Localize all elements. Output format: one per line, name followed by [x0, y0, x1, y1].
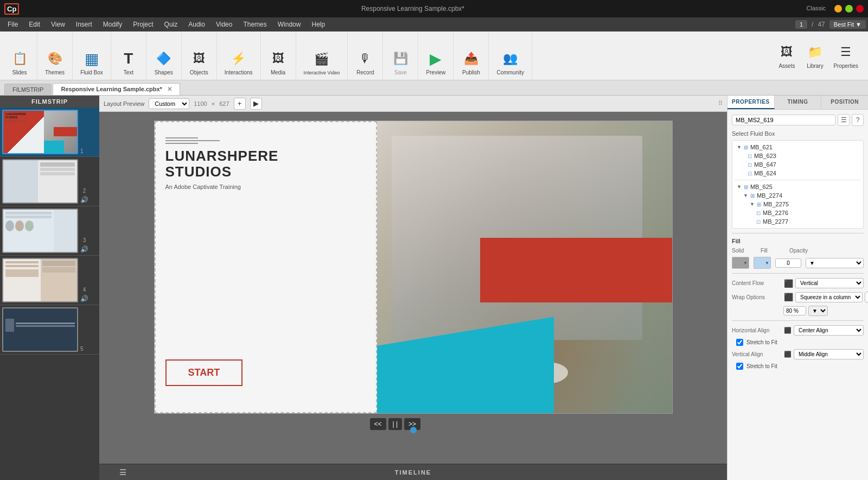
objects-button[interactable]: 🖼 Objects	[186, 47, 212, 78]
menu-video[interactable]: Video	[210, 19, 238, 30]
menu-themes[interactable]: Themes	[238, 19, 272, 30]
wrap-play-btn[interactable]: ▶	[865, 292, 868, 302]
zoom-select[interactable]: Best Fit ▼	[829, 20, 866, 29]
panel-help-icon[interactable]: ?	[852, 114, 864, 126]
filmstrip-slide-1[interactable]: LUNARSHPERESTUDIOS An Adobe Captivate Tr…	[0, 108, 99, 157]
vertical-align-select[interactable]: Middle Align Top Align Bottom Align	[794, 349, 864, 359]
v-stretch-label: Stretch to Fit	[746, 363, 777, 369]
fill-color-swatch[interactable]: ▼	[754, 257, 771, 269]
close-button[interactable]	[856, 5, 864, 12]
tab-timing[interactable]: TIMING	[775, 96, 822, 109]
zoom-in-button[interactable]: +	[234, 98, 246, 110]
tab-properties[interactable]: PROPERTIES	[727, 96, 775, 109]
fluidbox-icon: ▦	[82, 49, 101, 68]
record-button[interactable]: 🎙 Record	[352, 47, 378, 78]
wrap-options-select[interactable]: Squeeze in a column Wrap	[795, 292, 863, 302]
tree-grid-icon-mb624: ⊡	[748, 170, 752, 176]
text-button[interactable]: T Text	[116, 47, 142, 78]
properties-button[interactable]: ☰ Properties	[830, 40, 861, 71]
panel-list-icon[interactable]: ☰	[838, 114, 850, 126]
v-align-icon: ⬛	[784, 351, 792, 358]
community-button[interactable]: 👥 Community	[493, 47, 527, 78]
tree-item-mb623[interactable]: ⊡ MB_623	[735, 151, 861, 160]
menu-help[interactable]: Help	[306, 19, 330, 30]
assets-button[interactable]: 🖼 Assets	[774, 40, 800, 71]
tree-grid-icon-mb2274: ⊞	[750, 193, 755, 199]
tree-item-mb647[interactable]: ⊡ MB_647	[735, 160, 861, 169]
tree-item-mb2275[interactable]: ▼ ⊞ MB_2275	[735, 200, 861, 209]
ribbon-group-slides: 📋 Slides	[2, 31, 37, 80]
themes-icon: 🎨	[45, 49, 65, 68]
menu-file[interactable]: File	[2, 19, 23, 30]
themes-button[interactable]: 🎨 Themes	[42, 47, 68, 78]
save-button[interactable]: 💾 Save	[387, 47, 413, 78]
tree-grid-icon-mb625: ⊞	[744, 184, 748, 190]
opacity-input[interactable]	[775, 258, 801, 268]
tab-close-icon[interactable]: ✕	[167, 86, 172, 92]
tree-item-mb625[interactable]: ▼ ⊞ MB_625	[735, 182, 861, 191]
slide-canvas[interactable]: LUNARSHPERE STUDIOS An Adobe Captivate T…	[154, 121, 673, 414]
main-layout: FILMSTRIP LUNARSHPERESTUDIOS An Adobe Ca…	[0, 96, 868, 480]
h-stretch-checkbox[interactable]	[736, 339, 743, 346]
content-flow-select[interactable]: Vertical Horizontal	[795, 278, 864, 288]
fluidbox-button[interactable]: ▦ Fluid Box	[77, 47, 106, 78]
slides-button[interactable]: 📋 Slides	[7, 47, 33, 78]
tree-item-mb2277[interactable]: ⊡ MB_2277	[735, 217, 861, 226]
timeline-hamburger[interactable]: ☰	[119, 468, 127, 477]
canvas-content[interactable]: LUNARSHPERE STUDIOS An Adobe Captivate T…	[99, 112, 727, 464]
slide-1-num: 1	[80, 148, 84, 154]
interactive-video-button[interactable]: 🎬 Interactive Video	[301, 47, 343, 78]
filmstrip-slide-4[interactable]: 4 🔊	[0, 256, 99, 305]
tree-item-mb2274[interactable]: ▼ ⊞ MB_2274	[735, 191, 861, 200]
fluidbox-label: Fluid Box	[80, 70, 103, 75]
menu-insert[interactable]: Insert	[71, 19, 98, 30]
minimize-button[interactable]	[834, 5, 842, 12]
slide-thumb-1: LUNARSHPERESTUDIOS An Adobe Captivate Tr…	[2, 110, 78, 154]
wrap-icon: ⬛	[784, 293, 793, 301]
slides-icon: 📋	[10, 49, 29, 68]
solid-color-swatch[interactable]: ▼	[732, 257, 749, 269]
maximize-button[interactable]	[845, 5, 853, 12]
interactions-label: Interactions	[225, 70, 253, 75]
filmstrip-slide-3[interactable]: 3 🔊	[0, 206, 99, 256]
shapes-button[interactable]: 🔷 Shapes	[151, 47, 177, 78]
media-button[interactable]: 🖼 Media	[265, 47, 291, 78]
filmstrip-slide-2[interactable]: 2 🔊	[0, 157, 99, 206]
preview-button[interactable]: ▶ Preview	[423, 47, 449, 78]
tree-item-mb624[interactable]: ⊡ MB_624	[735, 169, 861, 178]
play-button[interactable]: ▶	[250, 98, 262, 110]
interactions-button[interactable]: ⚡ Interactions	[221, 47, 256, 78]
opacity-dropdown[interactable]: ▼	[806, 258, 864, 268]
tree-item-mb621[interactable]: ▼ ⊞ MB_621	[735, 143, 861, 151]
wrap-pct-select[interactable]: ▼	[808, 306, 828, 316]
v-stretch-checkbox[interactable]	[736, 363, 743, 370]
start-button[interactable]: START	[165, 359, 243, 386]
title-left: Cp	[4, 3, 19, 15]
ribbon-group-themes: 🎨 Themes	[37, 31, 73, 80]
slide-left-panel: LUNARSHPERE STUDIOS An Adobe Captivate T…	[155, 121, 377, 413]
rewind-button[interactable]: <<	[370, 418, 386, 430]
wrap-percent-input[interactable]	[783, 306, 806, 315]
horizontal-align-select[interactable]: Center Align Left Align Right Align	[794, 325, 864, 336]
title-bar: Cp Responsive Learning Sample.cpbx* Clas…	[0, 0, 868, 17]
menu-view[interactable]: View	[46, 19, 71, 30]
pause-button[interactable]: | |	[388, 418, 403, 430]
tab-document[interactable]: Responsive Learning Sample.cpbx* ✕	[53, 83, 180, 95]
tree-grid-icon-mb621: ⊞	[744, 144, 748, 150]
menu-edit[interactable]: Edit	[23, 19, 46, 30]
tree-grid-icon-mb623: ⊡	[748, 153, 752, 159]
menu-modify[interactable]: Modify	[98, 19, 127, 30]
tree-grid-icon-mb2277: ⊡	[756, 219, 761, 225]
menu-quiz[interactable]: Quiz	[159, 19, 183, 30]
tree-item-mb2276[interactable]: ⊡ MB_2276	[735, 209, 861, 217]
menu-project[interactable]: Project	[127, 19, 158, 30]
layout-select[interactable]: Custom Desktop Tablet Mobile	[149, 98, 189, 109]
tab-position[interactable]: POSITION	[821, 96, 868, 109]
panel-search-input[interactable]	[732, 115, 835, 125]
tab-filmstrip[interactable]: FILMSTRIP	[4, 84, 52, 95]
menu-window[interactable]: Window	[272, 19, 307, 30]
filmstrip-slide-5[interactable]: 5	[0, 305, 99, 355]
library-button[interactable]: 📁 Library	[802, 40, 828, 71]
menu-audio[interactable]: Audio	[183, 19, 210, 30]
publish-button[interactable]: 📤 Publish	[458, 47, 484, 78]
